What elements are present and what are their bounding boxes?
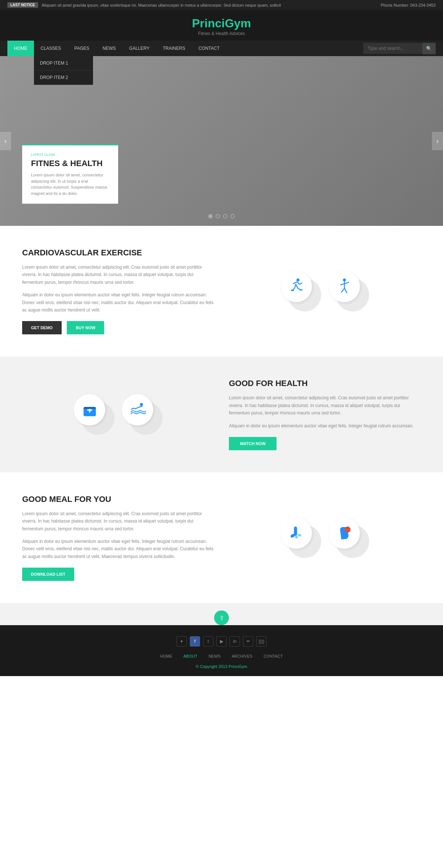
- footer-nav-home[interactable]: HOME: [160, 654, 172, 658]
- buy-now-button[interactable]: BUY NOW: [67, 321, 104, 334]
- nutrition-icon: [335, 524, 354, 542]
- hero-card-label: LATEST CLASS: [31, 153, 109, 156]
- medical-icon-inner: [74, 394, 105, 426]
- cardiovascular-buttons: GET DEMO BUY NOW: [22, 321, 214, 334]
- nutrition-icon-badge: [329, 517, 369, 558]
- health-buttons: WATCH NOW: [229, 437, 421, 450]
- meal-icons: [229, 517, 421, 558]
- footer-nav-about[interactable]: ABOUT: [183, 654, 198, 658]
- cardiovascular-para1: Lorem ipsum dolor sit amet, consectetur …: [22, 264, 214, 286]
- swimming-icon-inner: [122, 394, 153, 426]
- nav-pages[interactable]: PAGES: [68, 41, 96, 56]
- swimming-icon-badge: [122, 394, 162, 435]
- facebook-icon[interactable]: f: [190, 636, 200, 647]
- copyright: © Copyright 2013 PrinciGym: [7, 664, 436, 669]
- health-content: GOOD FOR HEALTH Lorem ipsum dolor sit am…: [22, 379, 421, 450]
- cardiovascular-icons: [229, 271, 421, 311]
- stretching-icon-inner: [329, 271, 360, 302]
- logo[interactable]: PrinciGym: [0, 17, 443, 30]
- hero-card-text: Lorem ipsum dolor sit amet, consectetur …: [31, 172, 109, 196]
- health-text: GOOD FOR HEALTH Lorem ipsum dolor sit am…: [229, 379, 421, 450]
- health-para1: Lorem ipsum dolor sit amet, consectetur …: [229, 394, 421, 417]
- search-input[interactable]: [363, 43, 422, 54]
- footer-nav-archives[interactable]: ARCHIVES: [232, 654, 253, 658]
- search-button[interactable]: 🔍: [422, 43, 436, 54]
- get-demo-button[interactable]: GET DEMO: [22, 321, 62, 334]
- slider-dots: [208, 214, 235, 218]
- supplements-icon: [287, 524, 306, 542]
- youtube-icon[interactable]: ▶: [216, 636, 227, 647]
- main-nav: HOME CLASSES DROP ITEM 1 DROP ITEM 2 PAG…: [0, 41, 443, 56]
- hero-card-title: FITNES & HEALTH: [31, 159, 109, 168]
- slider-dot-4[interactable]: [230, 214, 235, 218]
- linkedin-icon[interactable]: in: [230, 636, 240, 647]
- social-links: ✦ f t ▶ in •• )))): [7, 636, 436, 647]
- dropdown-item-2[interactable]: DROP ITEM 2: [34, 70, 93, 85]
- medical-icon: [80, 401, 99, 419]
- cardiovascular-section: CARDIOVASCULAR EXERCISE Lorem ipsum dolo…: [0, 226, 443, 356]
- nav-news[interactable]: NEWS: [96, 41, 123, 56]
- nav-classes[interactable]: CLASSES DROP ITEM 1 DROP ITEM 2: [34, 41, 68, 56]
- svg-point-0: [296, 278, 299, 281]
- twitter-icon[interactable]: t: [203, 636, 213, 647]
- stretching-icon-badge: [329, 271, 369, 311]
- health-icons: [22, 394, 214, 435]
- nav-home[interactable]: HOME: [7, 41, 34, 56]
- nav-gallery[interactable]: GALLERY: [123, 41, 156, 56]
- meal-buttons: DOWNLOAD LIST: [22, 568, 214, 581]
- meal-para1: Lorem ipsum dolor sit amet, consectetur …: [22, 510, 214, 533]
- scroll-top-section: ⇧: [0, 603, 443, 625]
- notice-text: Aliquam sit amet gravida ipsum, vitae sc…: [42, 3, 281, 7]
- health-section: GOOD FOR HEALTH Lorem ipsum dolor sit am…: [0, 356, 443, 472]
- logo-suffix: Gym: [225, 17, 251, 30]
- meal-text: GOOD MEAL FOR YOU Lorem ipsum dolor sit …: [22, 495, 214, 581]
- running-icon-inner: [281, 271, 312, 302]
- nav-contact[interactable]: CONTACT: [192, 41, 226, 56]
- watch-now-button[interactable]: WATCH NOW: [229, 437, 277, 450]
- svg-rect-1: [291, 290, 294, 291]
- health-para2: Aliquam in dolor eu ipsum elementum auct…: [229, 422, 421, 430]
- health-title: GOOD FOR HEALTH: [229, 379, 421, 388]
- nutrition-icon-inner: [329, 517, 360, 549]
- svg-point-7: [140, 403, 142, 406]
- site-footer: ✦ f t ▶ in •• )))) HOME ABOUT NEWS ARCHI…: [0, 625, 443, 676]
- logo-prefix: Princi: [192, 17, 225, 30]
- stretching-icon: [335, 278, 354, 296]
- svg-rect-2: [299, 289, 302, 290]
- logo-subtitle: Fitnes & Health Advices: [0, 31, 443, 36]
- meal-section: GOOD MEAL FOR YOU Lorem ipsum dolor sit …: [0, 472, 443, 603]
- meal-title: GOOD MEAL FOR YOU: [22, 495, 214, 504]
- swimming-icon: [128, 401, 147, 419]
- notice-bar: LAST NOTICE Aliquam sit amet gravida ips…: [0, 0, 443, 10]
- supplements-icon-inner: [281, 517, 312, 549]
- cardiovascular-para2: Aliquam in dolor eu ipsum elementum auct…: [22, 291, 214, 314]
- nav-trainers[interactable]: TRAINERS: [156, 41, 192, 56]
- slider-dot-3[interactable]: [223, 214, 227, 218]
- svg-point-11: [297, 533, 302, 537]
- meal-content: GOOD MEAL FOR YOU Lorem ipsum dolor sit …: [22, 495, 421, 581]
- svg-point-10: [295, 535, 298, 538]
- pinterest-icon[interactable]: ✦: [176, 636, 187, 647]
- slider-dot-2[interactable]: [216, 214, 220, 218]
- cardiovascular-text: CARDIOVASCULAR EXERCISE Lorem ipsum dolo…: [22, 248, 214, 334]
- phone-number: Phone Number: 043-234-3453: [381, 3, 436, 7]
- medical-icon-badge: [74, 394, 114, 435]
- dropdown-item-1[interactable]: DROP ITEM 1: [34, 56, 93, 70]
- slider-next-button[interactable]: ›: [432, 132, 443, 150]
- cardiovascular-content: CARDIOVASCULAR EXERCISE Lorem ipsum dolo…: [22, 248, 421, 334]
- flickr-icon[interactable]: ••: [243, 636, 253, 647]
- scroll-top-button[interactable]: ⇧: [214, 610, 229, 625]
- meal-para2: Aliquam in dolor eu ipsum elementum auct…: [22, 538, 214, 560]
- running-icon: [287, 278, 306, 296]
- supplements-icon-badge: [281, 517, 321, 558]
- slider-prev-button[interactable]: ‹: [0, 132, 11, 150]
- cardiovascular-title: CARDIOVASCULAR EXERCISE: [22, 248, 214, 258]
- rss-icon[interactable]: )))): [256, 636, 267, 647]
- hero-card: LATEST CLASS FITNES & HEALTH Lorem ipsum…: [22, 144, 118, 204]
- footer-nav-news[interactable]: NEWS: [209, 654, 221, 658]
- download-list-button[interactable]: DOWNLOAD LIST: [22, 568, 74, 581]
- footer-nav-contact[interactable]: CONTACT: [264, 654, 283, 658]
- slider-dot-1[interactable]: [208, 214, 213, 218]
- site-header: PrinciGym Fitnes & Health Advices: [0, 10, 443, 41]
- svg-point-3: [343, 278, 346, 281]
